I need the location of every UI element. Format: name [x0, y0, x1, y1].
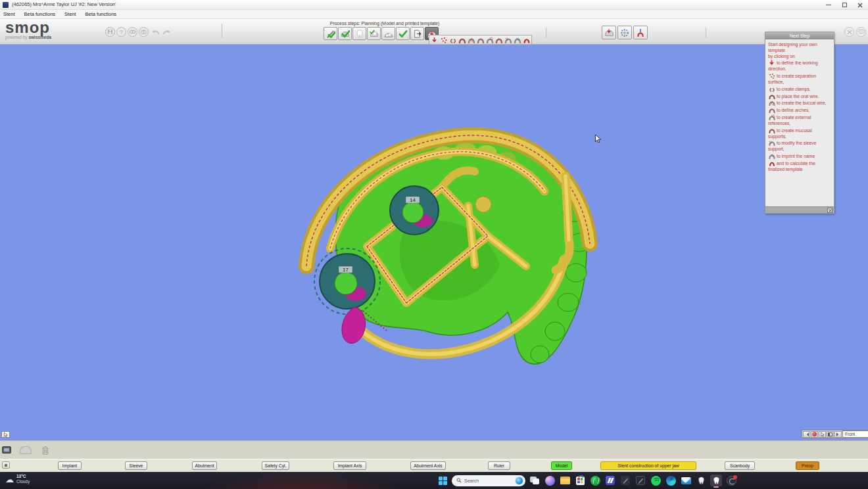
copilot-icon	[545, 476, 555, 486]
step-draw-check-button[interactable]	[324, 27, 337, 40]
next-step-item: to define arches,	[768, 107, 831, 114]
step-export-button[interactable]	[410, 27, 424, 40]
step-validate-button[interactable]	[396, 27, 410, 40]
imprint-name-icon[interactable]	[513, 36, 521, 43]
working-direction-icon	[768, 60, 776, 66]
scanbody-toggle-button[interactable]: Scanbody	[725, 461, 755, 470]
smop-app-1-button[interactable]	[695, 475, 707, 486]
next-step-close-button[interactable]	[827, 208, 832, 213]
arches-icon[interactable]	[476, 36, 485, 43]
menu-beta-functions-2[interactable]: Beta functions	[85, 11, 117, 17]
mucosal-supports-icon[interactable]	[494, 36, 503, 43]
x-icon	[829, 209, 832, 212]
next-step-item: and to calculate the finalized template	[768, 160, 831, 173]
start-button[interactable]	[437, 475, 448, 486]
preop-toggle-button[interactable]: Preop	[796, 461, 819, 470]
step-model-check-button[interactable]	[338, 27, 352, 40]
dental-model[interactable]: 14 17	[289, 114, 612, 377]
smop-app-2-button[interactable]	[710, 475, 722, 486]
minimize-button[interactable]	[821, 0, 836, 10]
maximize-button[interactable]	[836, 0, 852, 10]
separation-surface-icon	[768, 73, 776, 79]
next-step-panel: Next Step Start designing your own templ…	[765, 32, 834, 214]
view-select[interactable]: Front	[842, 431, 868, 438]
implant-axis-toggle-button[interactable]: Implant Axis	[333, 461, 366, 470]
task-view-button[interactable]	[529, 475, 541, 486]
step-planning-button[interactable]	[381, 27, 395, 40]
undo-button[interactable]	[150, 29, 160, 35]
menu-stent-2[interactable]: Stent	[64, 11, 76, 17]
save-button[interactable]	[105, 27, 115, 37]
maximize-icon	[842, 3, 847, 7]
cross-section-button[interactable]	[602, 26, 616, 39]
pointer-mode-indicator[interactable]	[1, 431, 10, 438]
redo-button[interactable]	[162, 29, 172, 35]
ruler-toggle-button[interactable]: Ruler	[488, 461, 510, 470]
clamps-icon[interactable]	[448, 36, 457, 43]
notepad-button[interactable]	[635, 475, 646, 486]
help-button[interactable]: ?	[116, 27, 126, 37]
model-check-icon	[341, 30, 350, 38]
logo-text: smop	[5, 18, 50, 36]
comments-button[interactable]	[856, 27, 866, 37]
weather-widget[interactable]: ☁ 13°CCloudy	[5, 474, 30, 484]
highlight-button[interactable]	[811, 431, 818, 438]
prev-view-button[interactable]	[803, 431, 810, 438]
oral-wire-icon[interactable]	[458, 36, 466, 43]
step-tooth-button[interactable]	[352, 27, 366, 40]
xbox-icon	[591, 476, 600, 486]
xbox-button[interactable]	[589, 475, 601, 486]
abutment-axis-toggle-button[interactable]: Abutment Axis	[410, 461, 446, 470]
taskbar-search[interactable]: Search	[452, 475, 525, 486]
close-panel-button[interactable]	[844, 27, 854, 37]
camera-icon	[141, 29, 147, 35]
spotify-button[interactable]	[650, 475, 662, 486]
abutment-toggle-button[interactable]: Abutment	[192, 461, 217, 470]
buccal-wire-icon[interactable]	[467, 36, 475, 43]
sleeve-support-icon	[768, 140, 776, 146]
calculate-template-icon[interactable]	[522, 36, 531, 43]
next-view-button[interactable]	[834, 431, 842, 438]
sleeve-toggle-button[interactable]: Sleeve	[125, 461, 147, 470]
arches-icon	[768, 107, 776, 113]
working-direction-icon[interactable]	[430, 36, 439, 43]
layout-button[interactable]	[827, 431, 834, 438]
edge-button[interactable]	[665, 475, 677, 486]
clipchamp-button[interactable]	[604, 475, 616, 486]
tooth-icon	[711, 475, 721, 486]
menu-stent-1[interactable]: Stent	[3, 11, 15, 17]
stent-construction-button[interactable]: Stent construction of upper jaw	[600, 461, 696, 470]
step-model-tooth-button[interactable]	[367, 27, 381, 40]
next-step-item: to create the buccal wire,	[768, 100, 831, 106]
fit-view-button[interactable]	[617, 26, 632, 39]
model-toggle-button[interactable]: Model	[551, 461, 572, 470]
toolbar-options-button[interactable]	[2, 461, 10, 469]
jaw-view-button[interactable]	[633, 26, 648, 39]
select-mode-button[interactable]	[819, 431, 826, 438]
dev-tools-button[interactable]	[619, 475, 631, 486]
link-button[interactable]	[128, 27, 137, 37]
sleeve-disc-14[interactable]: 14	[390, 186, 439, 235]
sleeve-disc-17[interactable]: 17	[320, 254, 375, 309]
tooth-icon	[355, 30, 364, 38]
taskbar-glow	[197, 472, 408, 489]
separation-surface-icon[interactable]	[439, 36, 448, 43]
file-explorer-button[interactable]	[559, 475, 571, 486]
3d-viewport[interactable]: 14 17 Front	[0, 45, 868, 440]
arch-tool-button[interactable]	[14, 442, 37, 457]
microsoft-store-button[interactable]	[574, 475, 586, 486]
close-button[interactable]	[852, 0, 868, 10]
mail-button[interactable]	[680, 475, 692, 486]
oral-wire-icon	[768, 93, 776, 99]
safety-cyl-toggle-button[interactable]: Safety Cyl.	[262, 461, 289, 470]
delete-button[interactable]	[39, 444, 51, 456]
recorder-button[interactable]	[725, 475, 737, 486]
snapshot-button[interactable]	[139, 27, 149, 37]
external-references-icon[interactable]	[485, 36, 494, 43]
sleeve-support-icon[interactable]	[504, 36, 512, 43]
snapshot-thumb-button[interactable]	[2, 446, 11, 454]
menu-beta-functions-1[interactable]: Beta functions	[24, 11, 56, 17]
implant-toggle-button[interactable]: Implant	[58, 461, 82, 470]
next-step-title[interactable]: Next Step	[765, 32, 834, 39]
copilot-button[interactable]	[544, 475, 556, 486]
